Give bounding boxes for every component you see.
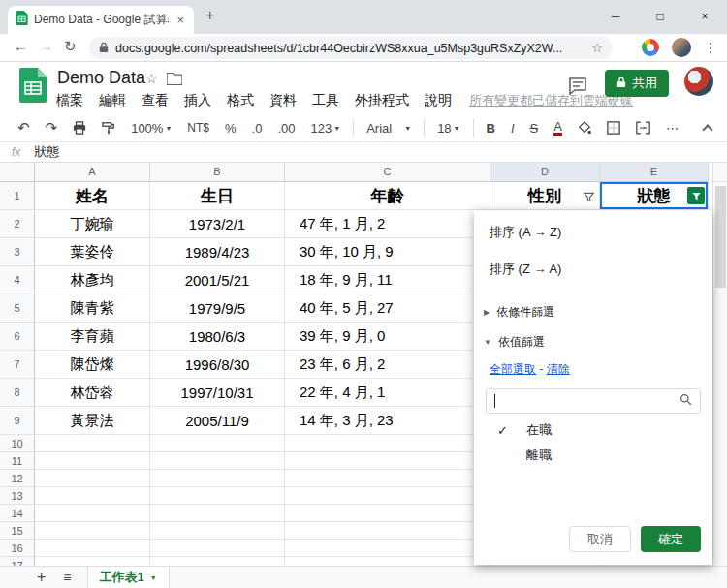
cell[interactable] bbox=[150, 540, 285, 557]
cell[interactable] bbox=[150, 487, 285, 505]
url-bar[interactable]: docs.google.com/spreadsheets/d/1cbr44Oec… bbox=[89, 37, 613, 59]
active-filter-funnel-icon[interactable] bbox=[687, 187, 705, 204]
window-maximize-button[interactable]: □ bbox=[638, 0, 682, 34]
tab-close-icon[interactable]: × bbox=[174, 13, 186, 27]
cell[interactable]: 1996/8/30 bbox=[150, 351, 285, 379]
sheets-logo-icon[interactable] bbox=[19, 67, 47, 108]
new-tab-button[interactable]: + bbox=[205, 7, 214, 24]
paint-format-button[interactable] bbox=[94, 121, 123, 135]
cell[interactable] bbox=[35, 435, 150, 452]
menu-item-insert[interactable]: 插入 bbox=[176, 92, 219, 109]
cell[interactable]: 22 年, 4 月, 1 bbox=[285, 379, 490, 407]
select-all-link[interactable]: 全部選取 bbox=[490, 362, 536, 376]
reload-button[interactable]: ↻ bbox=[64, 38, 77, 55]
browser-profile-avatar[interactable] bbox=[672, 38, 691, 57]
col-header-c[interactable]: C bbox=[285, 163, 490, 182]
cell[interactable]: 40 年, 5 月, 27 bbox=[285, 294, 490, 323]
cell[interactable] bbox=[285, 452, 490, 470]
cell[interactable]: 黃景法 bbox=[35, 407, 150, 435]
menu-item-help[interactable]: 說明 bbox=[417, 92, 459, 109]
percent-format-button[interactable]: % bbox=[217, 121, 244, 136]
decrease-decimal-button[interactable]: .0 bbox=[244, 121, 270, 136]
cell[interactable] bbox=[150, 557, 285, 566]
row-header-5[interactable]: 5 bbox=[0, 294, 35, 323]
cell[interactable]: 林岱蓉 bbox=[35, 379, 150, 407]
cell[interactable]: 2005/11/9 bbox=[150, 407, 285, 435]
cell[interactable] bbox=[150, 505, 285, 522]
ok-button[interactable]: 確定 bbox=[641, 526, 701, 552]
cell[interactable] bbox=[150, 470, 285, 487]
col-header-a[interactable]: A bbox=[35, 163, 150, 182]
row-header-1[interactable]: 1 bbox=[0, 182, 35, 210]
add-sheet-button[interactable]: + bbox=[37, 569, 46, 586]
header-cell-age[interactable]: 年齡 bbox=[285, 182, 490, 210]
col-header-e[interactable]: E bbox=[600, 163, 709, 182]
row-header-4[interactable]: 4 bbox=[0, 266, 35, 294]
more-formats-button[interactable]: 123▼ bbox=[303, 121, 349, 136]
cell[interactable]: 1979/9/5 bbox=[150, 294, 285, 323]
cell[interactable]: 丁婉瑜 bbox=[35, 210, 150, 238]
cell[interactable]: 1989/4/23 bbox=[150, 238, 285, 266]
menu-item-tools[interactable]: 工具 bbox=[304, 92, 347, 109]
print-button[interactable] bbox=[65, 121, 94, 135]
increase-decimal-button[interactable]: .00 bbox=[269, 121, 302, 136]
cell[interactable]: 39 年, 9 月, 0 bbox=[285, 323, 490, 351]
menu-item-format[interactable]: 格式 bbox=[219, 92, 262, 109]
header-cell-status[interactable]: 狀態 bbox=[600, 182, 709, 210]
row-header-12[interactable]: 12 bbox=[0, 470, 35, 487]
row-header-15[interactable]: 15 bbox=[0, 522, 35, 540]
browser-tab[interactable]: Demo Data - Google 試算表 × bbox=[8, 6, 194, 34]
cell[interactable] bbox=[285, 435, 490, 452]
row-header-14[interactable]: 14 bbox=[0, 505, 35, 522]
row-header-16[interactable]: 16 bbox=[0, 540, 35, 557]
bookmark-star-icon[interactable]: ☆ bbox=[591, 41, 603, 55]
collapse-toolbar-icon[interactable] bbox=[702, 124, 712, 135]
row-header-9[interactable]: 9 bbox=[0, 407, 35, 435]
filter-option-inactive[interactable]: 離職 bbox=[474, 443, 712, 468]
cell[interactable]: 李育蘋 bbox=[35, 323, 150, 351]
forward-button[interactable]: → bbox=[39, 38, 53, 54]
cell[interactable] bbox=[35, 557, 150, 566]
filter-search-input[interactable] bbox=[486, 388, 701, 414]
cell[interactable]: 30 年, 10 月, 9 bbox=[285, 238, 490, 266]
comments-icon[interactable] bbox=[568, 77, 587, 99]
cell[interactable] bbox=[35, 540, 150, 557]
cell[interactable]: 陳岱燦 bbox=[35, 351, 150, 379]
cell[interactable] bbox=[35, 522, 150, 540]
sheet-tab-active[interactable]: 工作表1 ▼ bbox=[87, 567, 170, 588]
cell[interactable]: 23 年, 6 月, 2 bbox=[285, 351, 490, 379]
select-all-corner[interactable] bbox=[0, 163, 35, 182]
browser-menu-icon[interactable]: ⋮ bbox=[704, 40, 717, 55]
row-header-13[interactable]: 13 bbox=[0, 487, 35, 505]
formula-input[interactable]: 狀態 bbox=[34, 143, 59, 161]
cell[interactable]: 1980/6/3 bbox=[150, 323, 285, 351]
cancel-button[interactable]: 取消 bbox=[569, 526, 631, 552]
col-header-b[interactable]: B bbox=[150, 163, 285, 182]
strikethrough-button[interactable]: S bbox=[522, 121, 547, 136]
window-close-button[interactable]: × bbox=[682, 0, 727, 34]
cell[interactable] bbox=[285, 522, 490, 540]
cell[interactable] bbox=[285, 557, 490, 566]
cell[interactable] bbox=[285, 487, 490, 505]
row-header-8[interactable]: 8 bbox=[0, 379, 35, 407]
borders-button[interactable] bbox=[599, 121, 628, 135]
filter-by-condition-item[interactable]: ▶ 依條件篩選 bbox=[474, 297, 712, 327]
sort-az-item[interactable]: 排序 (A → Z) bbox=[474, 214, 712, 251]
cell[interactable] bbox=[150, 435, 285, 452]
cell[interactable]: 葉姿伶 bbox=[35, 238, 150, 266]
header-cell-gender[interactable]: 性別 bbox=[490, 182, 600, 210]
cell[interactable] bbox=[35, 505, 150, 522]
menu-item-view[interactable]: 查看 bbox=[134, 92, 176, 109]
filter-funnel-icon[interactable] bbox=[583, 189, 595, 208]
cell[interactable]: 1997/10/31 bbox=[150, 379, 285, 407]
document-title[interactable]: Demo Data bbox=[57, 68, 145, 88]
font-size-select[interactable]: 18▼ bbox=[429, 121, 467, 136]
fill-color-button[interactable] bbox=[570, 121, 599, 135]
row-header-11[interactable]: 11 bbox=[0, 452, 35, 470]
cell[interactable] bbox=[285, 505, 490, 522]
filter-by-values-item[interactable]: ▼ 依值篩選 bbox=[474, 327, 712, 357]
merge-cells-button[interactable] bbox=[628, 121, 658, 135]
filter-option-active[interactable]: ✓ 在職 bbox=[474, 418, 712, 443]
currency-format-button[interactable]: NT$ bbox=[179, 121, 217, 135]
row-header-6[interactable]: 6 bbox=[0, 323, 35, 351]
